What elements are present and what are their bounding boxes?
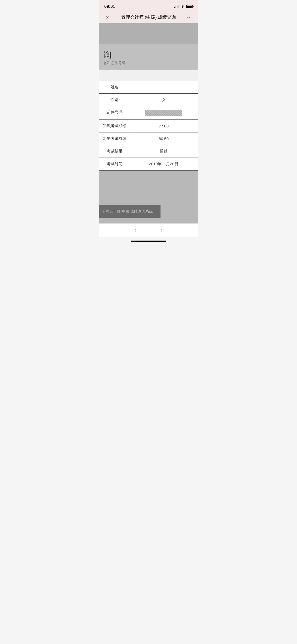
header-subtitle: 名和证件号码	[103, 61, 194, 66]
battery-icon	[186, 5, 193, 8]
header-title: 询	[103, 50, 194, 60]
value-id	[129, 106, 198, 119]
label-id: 证件号码	[99, 106, 129, 119]
white-space	[99, 70, 198, 81]
table-row: 考试时间 2019年11月30日	[99, 158, 198, 171]
signal-bar-3	[177, 6, 178, 8]
bottom-card-text: 管理会计师(中级)成绩查询系统	[102, 209, 157, 214]
value-name	[129, 81, 198, 93]
top-banner	[99, 23, 198, 44]
signal-icon	[174, 5, 179, 8]
close-button[interactable]: ×	[103, 13, 112, 22]
status-time: 09:01	[104, 4, 115, 9]
page-header: 询 名和证件号码	[99, 44, 198, 70]
nav-bar: × 管理会计师 (中级) 成绩查询 ···	[99, 12, 198, 23]
label-gender: 性别	[99, 94, 129, 106]
signal-bar-4	[178, 5, 179, 8]
label-knowledge-score: 知识考试成绩	[99, 120, 129, 132]
value-result: 通过	[129, 145, 198, 158]
label-name: 姓名	[99, 81, 129, 93]
value-knowledge-score: 77.00	[129, 120, 198, 132]
status-icons	[174, 4, 193, 9]
value-exam-time: 2019年11月30日	[129, 158, 198, 170]
table-row: 证件号码	[99, 106, 198, 120]
value-gender: 女	[129, 94, 198, 106]
bottom-section: 管理会计师(中级)成绩查询系统	[99, 171, 198, 223]
label-result: 考试结果	[99, 145, 129, 158]
table-row: 性别 女	[99, 94, 198, 106]
forward-button[interactable]: ›	[157, 225, 167, 236]
table-row: 姓名	[99, 81, 198, 94]
wifi-icon	[181, 4, 185, 9]
table-row: 水平考试成绩 80.50	[99, 132, 198, 145]
label-level-score: 水平考试成绩	[99, 132, 129, 145]
label-exam-time: 考试时间	[99, 158, 129, 170]
table-row: 知识考试成绩 77.00	[99, 120, 198, 132]
results-section: 姓名 性别 女 证件号码 知识考试成绩 77.00 水平考试成绩 80.50 考…	[99, 81, 198, 171]
status-bar: 09:01	[99, 0, 198, 12]
battery-fill	[187, 6, 192, 8]
home-indicator	[99, 237, 198, 246]
page-title: 管理会计师 (中级) 成绩查询	[112, 14, 185, 20]
bottom-nav: ‹ ›	[99, 223, 198, 237]
home-bar	[131, 241, 166, 242]
redacted-id	[145, 110, 182, 116]
table-row: 考试结果 通过	[99, 145, 198, 158]
value-level-score: 80.50	[129, 132, 198, 145]
bottom-card: 管理会计师(中级)成绩查询系统	[99, 205, 161, 218]
signal-bar-1	[174, 7, 175, 8]
more-button[interactable]: ···	[185, 13, 194, 22]
signal-bar-2	[176, 6, 176, 8]
back-button[interactable]: ‹	[130, 225, 140, 236]
